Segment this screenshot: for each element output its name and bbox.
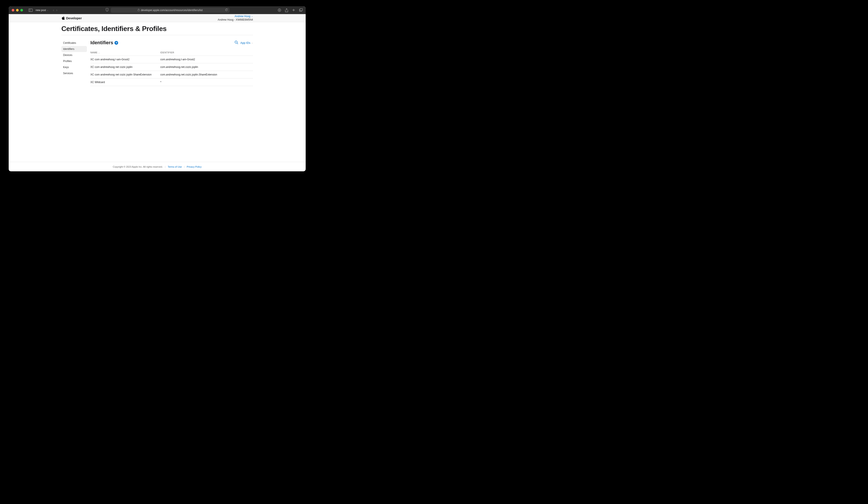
svg-rect-5 bbox=[300, 9, 303, 11]
sidebar-item-label: Identifiers bbox=[63, 48, 74, 51]
sidebar: Certificates Identifiers Devices Profile… bbox=[61, 40, 87, 86]
account-name-text: Andrew Hoog bbox=[235, 15, 250, 18]
sidebar-item-keys[interactable]: Keys bbox=[61, 64, 87, 70]
close-window-button[interactable] bbox=[12, 9, 14, 11]
column-header-label: NAME bbox=[90, 51, 97, 54]
cell-name: XC Wildcard bbox=[90, 79, 161, 86]
brand[interactable]: Developer bbox=[61, 16, 82, 20]
footer-terms-link[interactable]: Terms of Use bbox=[168, 165, 182, 168]
page-body: Certificates, Identifiers & Profiles Cer… bbox=[9, 22, 306, 162]
svg-line-7 bbox=[237, 43, 238, 44]
chevron-down-icon: ⌄ bbox=[251, 42, 253, 44]
chevron-down-icon: ⌄ bbox=[251, 15, 253, 17]
account-info: Andrew Hoog ⌄ Andrew Hoog - XW66E6M5N4 bbox=[218, 15, 253, 21]
table-row[interactable]: XC com andrewhoog I-am-Groot2com.andrewh… bbox=[90, 56, 253, 63]
account-team-text: Andrew Hoog - XW66E6M5N4 bbox=[218, 18, 253, 21]
tab-title-text: new post bbox=[35, 9, 46, 12]
sidebar-item-identifiers[interactable]: Identifiers bbox=[61, 46, 87, 52]
lock-icon bbox=[138, 9, 140, 12]
column-header-name[interactable]: NAME⌄ bbox=[90, 50, 161, 56]
sidebar-item-label: Certificates bbox=[63, 41, 76, 44]
forward-button[interactable]: › bbox=[56, 8, 57, 12]
page-title: Certificates, Identifiers & Profiles bbox=[61, 22, 253, 35]
titlebar-right bbox=[278, 9, 303, 12]
column-header-label: IDENTIFIER bbox=[161, 51, 174, 54]
svg-rect-3 bbox=[138, 10, 140, 11]
cell-name: XC com andrewhoog I-am-Groot2 bbox=[90, 56, 161, 63]
svg-rect-0 bbox=[29, 9, 32, 12]
footer-separator: | bbox=[184, 165, 185, 168]
titlebar-center: developer.apple.com/account/resources/id… bbox=[59, 8, 276, 13]
table-row[interactable]: XC com andrewhoog net cozic joplin Share… bbox=[90, 71, 253, 79]
maximize-window-button[interactable] bbox=[20, 9, 23, 11]
filter-dropdown[interactable]: App IDs ⌄ bbox=[240, 41, 253, 44]
apple-logo-icon bbox=[61, 16, 65, 20]
filter-group: App IDs ⌄ bbox=[235, 41, 253, 45]
column-header-identifier[interactable]: IDENTIFIER bbox=[161, 50, 253, 56]
privacy-shield-icon[interactable] bbox=[106, 8, 108, 12]
section-title-text: Identifiers bbox=[90, 40, 113, 45]
footer-separator: | bbox=[165, 165, 166, 168]
sidebar-item-label: Keys bbox=[63, 66, 69, 69]
tab-title[interactable]: new post ⌄ bbox=[35, 9, 49, 12]
main-header: Identifiers App IDs ⌄ bbox=[90, 40, 253, 45]
footer-privacy-link[interactable]: Privacy Policy bbox=[187, 165, 202, 168]
table-row[interactable]: XC Wildcard* bbox=[90, 79, 253, 86]
sidebar-item-label: Services bbox=[63, 72, 73, 75]
minimize-window-button[interactable] bbox=[16, 9, 19, 11]
browser-titlebar: new post ⌄ ‹ › developer.apple.com/accou… bbox=[9, 6, 306, 14]
browser-window: new post ⌄ ‹ › developer.apple.com/accou… bbox=[9, 6, 306, 171]
tabs-overview-icon[interactable] bbox=[299, 9, 303, 12]
new-tab-icon[interactable] bbox=[292, 9, 295, 12]
url-text: developer.apple.com/account/resources/id… bbox=[141, 9, 203, 12]
cell-name: XC com andrewhoog net cozic joplin Share… bbox=[90, 71, 161, 79]
site-header: Developer Andrew Hoog ⌄ Andrew Hoog - XW… bbox=[9, 14, 306, 22]
sort-indicator-icon: ⌄ bbox=[98, 52, 100, 54]
cell-identifier: com.andrewhoog.net.cozic.joplin.ShareExt… bbox=[161, 71, 253, 79]
traffic-lights bbox=[12, 9, 23, 11]
cell-identifier: com.andrewhoog.net.cozic.joplin bbox=[161, 63, 253, 71]
footer: Copyright © 2023 Apple Inc. All rights r… bbox=[9, 162, 306, 171]
section-title: Identifiers bbox=[90, 40, 118, 45]
search-icon[interactable] bbox=[235, 41, 238, 45]
share-icon[interactable] bbox=[285, 9, 288, 12]
table-row[interactable]: XC com andrewhoog net cozic joplincom.an… bbox=[90, 63, 253, 71]
cell-identifier: com.andrewhoog.I-am-Groot2 bbox=[161, 56, 253, 63]
footer-copyright: Copyright © 2023 Apple Inc. All rights r… bbox=[113, 165, 163, 168]
sidebar-item-label: Profiles bbox=[63, 60, 72, 63]
add-identifier-button[interactable] bbox=[114, 41, 118, 45]
cell-identifier: * bbox=[161, 79, 253, 86]
brand-text: Developer bbox=[66, 16, 82, 20]
sidebar-item-profiles[interactable]: Profiles bbox=[61, 58, 87, 64]
reload-icon[interactable] bbox=[225, 9, 228, 12]
account-name-dropdown[interactable]: Andrew Hoog ⌄ bbox=[235, 15, 253, 18]
main-content: Identifiers App IDs ⌄ bbox=[90, 40, 253, 86]
back-button[interactable]: ‹ bbox=[53, 8, 54, 12]
filter-label: App IDs bbox=[240, 41, 250, 44]
chevron-down-icon: ⌄ bbox=[47, 9, 49, 11]
url-bar[interactable]: developer.apple.com/account/resources/id… bbox=[111, 8, 230, 13]
cell-name: XC com andrewhoog net cozic joplin bbox=[90, 63, 161, 71]
nav-arrows: ‹ › bbox=[53, 8, 58, 12]
sidebar-item-certificates[interactable]: Certificates bbox=[61, 40, 87, 46]
identifiers-table: NAME⌄ IDENTIFIER XC com andrewhoog I-am-… bbox=[90, 50, 253, 86]
sidebar-item-label: Devices bbox=[63, 53, 72, 56]
downloads-icon[interactable] bbox=[278, 9, 281, 12]
sidebar-toggle-icon[interactable] bbox=[29, 9, 32, 12]
sidebar-item-services[interactable]: Services bbox=[61, 70, 87, 76]
sidebar-item-devices[interactable]: Devices bbox=[61, 52, 87, 58]
